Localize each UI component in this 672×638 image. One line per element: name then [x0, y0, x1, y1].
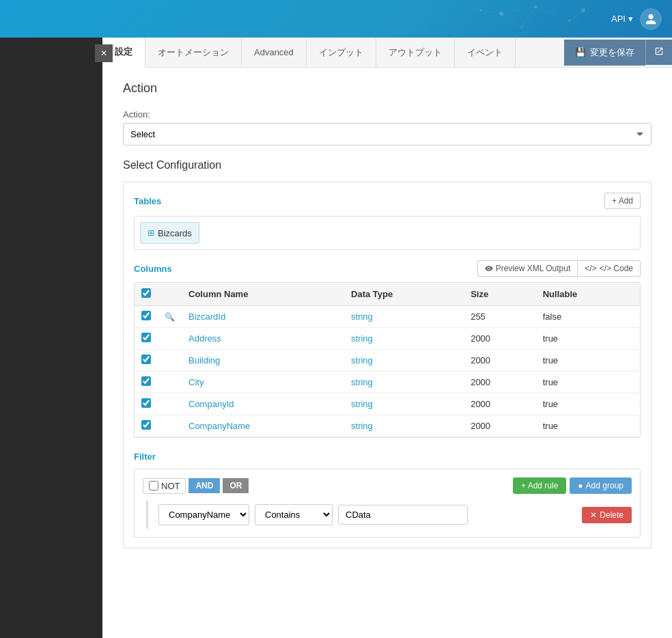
table-row: CompanyId string 2000 true	[135, 393, 640, 415]
add-group-button[interactable]: ● Add group	[570, 477, 632, 494]
row-checkbox-2[interactable]	[141, 355, 151, 364]
preview-icon	[485, 264, 493, 273]
row-checkbox-0[interactable]	[141, 311, 151, 320]
row-icon-cell	[158, 328, 182, 350]
sidebar: ✕	[0, 38, 102, 638]
row-col-type: string	[344, 306, 464, 328]
api-label: API	[611, 14, 626, 24]
select-all-checkbox[interactable]	[141, 288, 151, 298]
row-col-nullable: true	[536, 328, 640, 350]
table-row: Address string 2000 true	[135, 328, 640, 350]
preview-xml-button[interactable]: Preview XML Output	[477, 260, 578, 277]
preview-xml-label: Preview XML Output	[496, 264, 571, 273]
page-content: Action Action: Select Insert Update Dele…	[102, 68, 672, 576]
row-checkbox-cell	[135, 393, 158, 415]
code-button[interactable]: </> </> Code	[577, 260, 641, 277]
row-col-name: BizcardId	[182, 306, 344, 328]
row-col-name: CompanyId	[182, 393, 344, 415]
code-label: </> Code	[600, 264, 633, 273]
tables-container: ⊞ Bizcards	[134, 216, 641, 250]
table-row: City string 2000 true	[135, 372, 640, 393]
row-col-name: Address	[182, 328, 344, 350]
save-button[interactable]: 💾 変更を保存	[564, 40, 645, 66]
row-col-type: string	[344, 328, 464, 350]
row-col-size: 255	[464, 306, 536, 328]
row-col-nullable: true	[536, 372, 640, 393]
filter-field-select[interactable]: CompanyName BizcardId Address Building C…	[158, 504, 249, 525]
not-checkbox-wrapper: NOT	[143, 478, 186, 494]
row-col-type: string	[344, 393, 464, 415]
row-icon-cell	[158, 350, 182, 372]
row-col-size: 2000	[464, 372, 536, 393]
table-tag-icon: ⊞	[148, 228, 154, 238]
row-col-size: 2000	[464, 328, 536, 350]
delete-rule-button[interactable]: ✕ Delete	[582, 507, 632, 523]
tab-output[interactable]: アウトプット	[376, 38, 455, 67]
user-icon[interactable]	[640, 8, 662, 30]
save-icon: 💾	[575, 47, 586, 57]
row-col-nullable: true	[536, 350, 640, 372]
table-row: CompanyName string 2000 true	[135, 415, 640, 437]
svg-line-10	[501, 14, 522, 27]
row-checkbox-cell	[135, 306, 158, 328]
row-checkbox-3[interactable]	[141, 376, 151, 386]
filter-logic-btns: NOT AND OR	[143, 478, 249, 494]
columns-tbody: 🔍 BizcardId string 255 false Address str…	[135, 306, 640, 437]
tab-event[interactable]: イベント	[455, 38, 516, 67]
header-nullable: Nullable	[536, 283, 640, 306]
tables-label: Tables	[134, 196, 161, 206]
api-chevron-icon: ▾	[628, 14, 633, 24]
main-container: ✕ 設定 オートメーション Advanced インプット アウトプット イベント…	[0, 38, 672, 638]
svg-line-6	[501, 7, 535, 14]
external-link-button[interactable]	[645, 40, 672, 65]
filter-section: Filter NOT AND OR	[134, 452, 641, 538]
row-checkbox-cell	[135, 350, 158, 372]
tab-advanced[interactable]: Advanced	[242, 39, 307, 66]
row-col-size: 2000	[464, 350, 536, 372]
row-col-name: Building	[182, 350, 344, 372]
add-table-button[interactable]: + Add	[604, 193, 641, 209]
svg-line-8	[570, 10, 583, 20]
row-col-nullable: false	[536, 306, 640, 328]
header-checkbox-cell	[135, 283, 158, 306]
tab-input[interactable]: インプット	[307, 38, 376, 67]
row-checkbox-5[interactable]	[141, 420, 151, 430]
content-area: 設定 オートメーション Advanced インプット アウトプット イベント 💾…	[102, 38, 672, 638]
row-col-size: 2000	[464, 415, 536, 437]
add-rule-button[interactable]: + Add rule	[513, 477, 566, 494]
save-label: 変更を保存	[590, 46, 634, 59]
row-checkbox-4[interactable]	[141, 398, 151, 408]
and-button[interactable]: AND	[188, 478, 220, 493]
action-select[interactable]: Select Insert Update Delete Upsert	[123, 123, 652, 145]
columns-label: Columns	[134, 264, 172, 274]
table-tag-bizcards[interactable]: ⊞ Bizcards	[140, 222, 199, 244]
preview-buttons: Preview XML Output </> </> Code	[477, 260, 641, 277]
row-col-nullable: true	[536, 415, 640, 437]
or-button[interactable]: OR	[223, 478, 249, 493]
row-col-nullable: true	[536, 393, 640, 415]
header-column-name: Column Name	[182, 283, 344, 306]
row-icon-cell	[158, 393, 182, 415]
row-col-size: 2000	[464, 393, 536, 415]
svg-line-11	[522, 7, 535, 27]
row-checkbox-1[interactable]	[141, 333, 151, 342]
not-checkbox[interactable]	[149, 481, 158, 490]
action-label: Action:	[123, 109, 652, 120]
user-svg-icon	[645, 13, 657, 25]
close-button[interactable]: ✕	[95, 44, 113, 62]
filter-operator-select[interactable]: Contains Equals StartsWith EndsWith NotC…	[255, 504, 333, 525]
api-button[interactable]: API ▾	[611, 14, 633, 24]
row-checkbox-cell	[135, 372, 158, 393]
not-label: NOT	[161, 481, 180, 491]
delete-icon: ✕	[590, 510, 597, 520]
row-icon-cell	[158, 415, 182, 437]
tab-automation[interactable]: オートメーション	[145, 38, 242, 67]
add-group-icon: ●	[578, 481, 583, 490]
code-icon: </>	[585, 264, 596, 273]
filter-value-input[interactable]	[338, 505, 468, 525]
columns-header: Columns Preview XML Output </> </> Code	[134, 260, 641, 277]
filter-action-btns: + Add rule ● Add group	[513, 477, 632, 494]
filter-header: NOT AND OR + Add rule ● Add group	[143, 477, 632, 494]
header-size: Size	[464, 283, 536, 306]
svg-line-9	[481, 10, 501, 14]
